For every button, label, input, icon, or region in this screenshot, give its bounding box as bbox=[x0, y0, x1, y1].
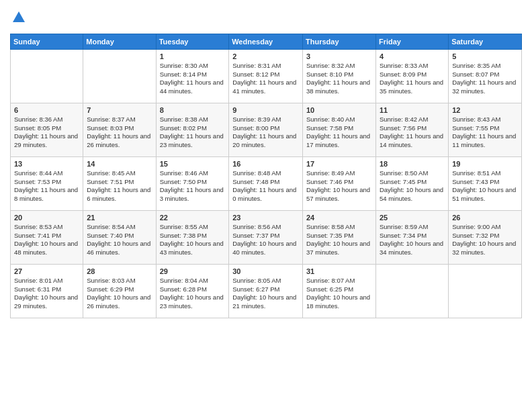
calendar-cell: 6Sunrise: 8:36 AM Sunset: 8:05 PM Daylig… bbox=[11, 103, 83, 156]
day-info: Sunrise: 8:36 AM Sunset: 8:05 PM Dayligh… bbox=[14, 116, 79, 150]
day-number: 19 bbox=[452, 160, 518, 168]
day-number: 25 bbox=[380, 214, 445, 222]
day-number: 29 bbox=[160, 267, 226, 275]
calendar-cell: 18Sunrise: 8:50 AM Sunset: 7:45 PM Dayli… bbox=[375, 156, 448, 210]
calendar-cell: 1Sunrise: 8:30 AM Sunset: 8:14 PM Daylig… bbox=[156, 49, 229, 103]
calendar-cell bbox=[449, 264, 522, 318]
calendar-cell: 9Sunrise: 8:39 AM Sunset: 8:00 PM Daylig… bbox=[229, 103, 303, 156]
day-info: Sunrise: 8:43 AM Sunset: 7:55 PM Dayligh… bbox=[452, 116, 518, 150]
day-info: Sunrise: 8:35 AM Sunset: 8:07 PM Dayligh… bbox=[452, 62, 518, 96]
day-number: 5 bbox=[452, 52, 518, 60]
day-number: 10 bbox=[306, 106, 372, 114]
day-info: Sunrise: 8:05 AM Sunset: 6:27 PM Dayligh… bbox=[232, 277, 299, 311]
day-number: 2 bbox=[232, 52, 299, 60]
day-number: 12 bbox=[452, 106, 518, 114]
calendar-cell: 15Sunrise: 8:46 AM Sunset: 7:50 PM Dayli… bbox=[156, 156, 229, 210]
day-info: Sunrise: 8:55 AM Sunset: 7:38 PM Dayligh… bbox=[160, 223, 226, 257]
day-info: Sunrise: 8:45 AM Sunset: 7:51 PM Dayligh… bbox=[87, 169, 152, 203]
calendar-cell: 11Sunrise: 8:42 AM Sunset: 7:56 PM Dayli… bbox=[375, 103, 448, 156]
calendar-header: SundayMondayTuesdayWednesdayThursdayFrid… bbox=[11, 34, 522, 49]
weekday-header-monday: Monday bbox=[83, 34, 156, 49]
calendar-cell: 26Sunrise: 9:00 AM Sunset: 7:32 PM Dayli… bbox=[449, 210, 522, 264]
day-number: 23 bbox=[232, 214, 299, 222]
day-info: Sunrise: 8:07 AM Sunset: 6:25 PM Dayligh… bbox=[306, 277, 372, 311]
day-info: Sunrise: 8:03 AM Sunset: 6:29 PM Dayligh… bbox=[87, 277, 152, 311]
calendar-cell: 29Sunrise: 8:04 AM Sunset: 6:28 PM Dayli… bbox=[156, 264, 229, 318]
day-number: 20 bbox=[14, 214, 79, 222]
calendar-cell: 28Sunrise: 8:03 AM Sunset: 6:29 PM Dayli… bbox=[83, 264, 156, 318]
day-number: 16 bbox=[232, 160, 299, 168]
calendar-week-5: 27Sunrise: 8:01 AM Sunset: 6:31 PM Dayli… bbox=[11, 264, 522, 318]
day-info: Sunrise: 8:58 AM Sunset: 7:35 PM Dayligh… bbox=[306, 223, 372, 257]
day-number: 13 bbox=[14, 160, 79, 168]
day-info: Sunrise: 8:54 AM Sunset: 7:40 PM Dayligh… bbox=[87, 223, 152, 257]
calendar-cell bbox=[83, 49, 156, 103]
day-number: 28 bbox=[87, 267, 152, 275]
calendar-week-2: 6Sunrise: 8:36 AM Sunset: 8:05 PM Daylig… bbox=[11, 103, 522, 156]
weekday-header-row: SundayMondayTuesdayWednesdayThursdayFrid… bbox=[11, 34, 522, 49]
calendar-cell: 25Sunrise: 8:59 AM Sunset: 7:34 PM Dayli… bbox=[375, 210, 448, 264]
day-info: Sunrise: 8:46 AM Sunset: 7:50 PM Dayligh… bbox=[160, 169, 226, 203]
day-info: Sunrise: 8:38 AM Sunset: 8:02 PM Dayligh… bbox=[160, 116, 226, 150]
day-info: Sunrise: 8:39 AM Sunset: 8:00 PM Dayligh… bbox=[232, 116, 299, 150]
day-number: 1 bbox=[160, 52, 226, 60]
calendar-body: 1Sunrise: 8:30 AM Sunset: 8:14 PM Daylig… bbox=[11, 49, 522, 318]
calendar-cell: 27Sunrise: 8:01 AM Sunset: 6:31 PM Dayli… bbox=[11, 264, 83, 318]
calendar-week-4: 20Sunrise: 8:53 AM Sunset: 7:41 PM Dayli… bbox=[11, 210, 522, 264]
calendar-cell: 14Sunrise: 8:45 AM Sunset: 7:51 PM Dayli… bbox=[83, 156, 156, 210]
day-info: Sunrise: 8:51 AM Sunset: 7:43 PM Dayligh… bbox=[452, 169, 518, 203]
calendar-cell: 24Sunrise: 8:58 AM Sunset: 7:35 PM Dayli… bbox=[303, 210, 376, 264]
weekday-header-friday: Friday bbox=[375, 34, 448, 49]
day-info: Sunrise: 8:50 AM Sunset: 7:45 PM Dayligh… bbox=[380, 169, 445, 203]
day-info: Sunrise: 8:53 AM Sunset: 7:41 PM Dayligh… bbox=[14, 223, 79, 257]
logo bbox=[10, 10, 26, 28]
day-number: 18 bbox=[380, 160, 445, 168]
logo-text bbox=[10, 10, 26, 28]
day-number: 6 bbox=[14, 106, 79, 114]
day-number: 15 bbox=[160, 160, 226, 168]
weekday-header-wednesday: Wednesday bbox=[229, 34, 303, 49]
calendar-table: SundayMondayTuesdayWednesdayThursdayFrid… bbox=[10, 34, 522, 318]
logo-icon bbox=[11, 10, 26, 25]
day-number: 14 bbox=[87, 160, 152, 168]
day-info: Sunrise: 8:30 AM Sunset: 8:14 PM Dayligh… bbox=[160, 62, 226, 96]
calendar-cell: 30Sunrise: 8:05 AM Sunset: 6:27 PM Dayli… bbox=[229, 264, 303, 318]
day-number: 31 bbox=[306, 267, 372, 275]
day-number: 30 bbox=[232, 267, 299, 275]
calendar-cell: 8Sunrise: 8:38 AM Sunset: 8:02 PM Daylig… bbox=[156, 103, 229, 156]
day-info: Sunrise: 8:49 AM Sunset: 7:46 PM Dayligh… bbox=[306, 169, 372, 203]
weekday-header-tuesday: Tuesday bbox=[156, 34, 229, 49]
weekday-header-sunday: Sunday bbox=[11, 34, 83, 49]
day-info: Sunrise: 8:40 AM Sunset: 7:58 PM Dayligh… bbox=[306, 116, 372, 150]
day-number: 8 bbox=[160, 106, 226, 114]
calendar-cell: 3Sunrise: 8:32 AM Sunset: 8:10 PM Daylig… bbox=[303, 49, 376, 103]
calendar-cell: 23Sunrise: 8:56 AM Sunset: 7:37 PM Dayli… bbox=[229, 210, 303, 264]
day-number: 26 bbox=[452, 214, 518, 222]
calendar-cell: 17Sunrise: 8:49 AM Sunset: 7:46 PM Dayli… bbox=[303, 156, 376, 210]
day-info: Sunrise: 8:48 AM Sunset: 7:48 PM Dayligh… bbox=[232, 169, 299, 203]
day-info: Sunrise: 8:01 AM Sunset: 6:31 PM Dayligh… bbox=[14, 277, 79, 311]
day-info: Sunrise: 9:00 AM Sunset: 7:32 PM Dayligh… bbox=[452, 223, 518, 257]
calendar-cell: 5Sunrise: 8:35 AM Sunset: 8:07 PM Daylig… bbox=[449, 49, 522, 103]
day-info: Sunrise: 8:04 AM Sunset: 6:28 PM Dayligh… bbox=[160, 277, 226, 311]
page: SundayMondayTuesdayWednesdayThursdayFrid… bbox=[0, 0, 532, 411]
day-number: 17 bbox=[306, 160, 372, 168]
calendar-cell: 4Sunrise: 8:33 AM Sunset: 8:09 PM Daylig… bbox=[375, 49, 448, 103]
calendar-cell: 22Sunrise: 8:55 AM Sunset: 7:38 PM Dayli… bbox=[156, 210, 229, 264]
svg-marker-0 bbox=[13, 11, 25, 22]
calendar-cell bbox=[375, 264, 448, 318]
day-info: Sunrise: 8:32 AM Sunset: 8:10 PM Dayligh… bbox=[306, 62, 372, 96]
calendar-cell: 7Sunrise: 8:37 AM Sunset: 8:03 PM Daylig… bbox=[83, 103, 156, 156]
calendar-cell: 2Sunrise: 8:31 AM Sunset: 8:12 PM Daylig… bbox=[229, 49, 303, 103]
weekday-header-saturday: Saturday bbox=[449, 34, 522, 49]
day-number: 21 bbox=[87, 214, 152, 222]
day-info: Sunrise: 8:44 AM Sunset: 7:53 PM Dayligh… bbox=[14, 169, 79, 203]
day-number: 3 bbox=[306, 52, 372, 60]
calendar-cell: 13Sunrise: 8:44 AM Sunset: 7:53 PM Dayli… bbox=[11, 156, 83, 210]
day-number: 27 bbox=[14, 267, 79, 275]
calendar-cell: 19Sunrise: 8:51 AM Sunset: 7:43 PM Dayli… bbox=[449, 156, 522, 210]
calendar-cell: 16Sunrise: 8:48 AM Sunset: 7:48 PM Dayli… bbox=[229, 156, 303, 210]
day-number: 22 bbox=[160, 214, 226, 222]
day-number: 24 bbox=[306, 214, 372, 222]
day-info: Sunrise: 8:56 AM Sunset: 7:37 PM Dayligh… bbox=[232, 223, 299, 257]
